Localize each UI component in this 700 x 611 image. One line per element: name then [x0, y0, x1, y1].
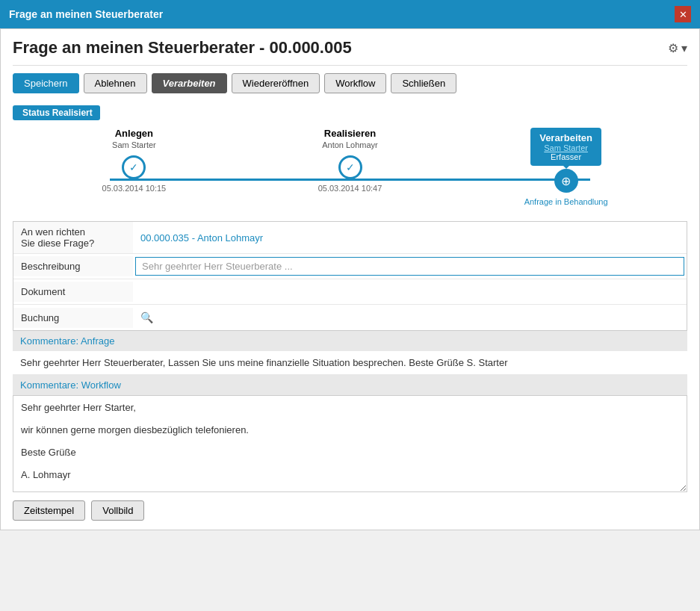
schliessen-button[interactable]: Schließen: [391, 73, 456, 93]
step-anlegen-circle: ✓: [122, 155, 146, 179]
comment-workflow-textarea[interactable]: [13, 395, 687, 492]
zeitstempel-button[interactable]: Zeitstempel: [13, 500, 85, 521]
verarbeiten-button[interactable]: Verarbeiten: [152, 73, 227, 93]
status-badge: Status Realisiert: [13, 105, 100, 120]
tooltip-title: Verarbeiten: [539, 132, 592, 143]
toolbar: Speichern Ablehnen Verarbeiten Wiedererö…: [13, 73, 687, 93]
page-title: Frage an meinen Steuerberater - 00.000.0…: [13, 38, 352, 58]
form-row-dokument: Dokument: [13, 279, 687, 305]
main-container: Frage an meinen Steuerberater - 00.000.0…: [0, 28, 700, 530]
step-realisieren-timestamp: 05.03.2014 10:47: [318, 184, 382, 193]
workflow-step-anlegen: Anlegen Sam Starter ✓ 05.03.2014 10:15: [28, 128, 241, 206]
vollbild-button[interactable]: Vollbild: [91, 500, 144, 521]
wiederoeffnen-button[interactable]: Wiedereröffnen: [232, 73, 320, 93]
step-anlegen-title: Anlegen: [115, 128, 153, 139]
step-anlegen-user: Sam Starter: [112, 140, 156, 149]
status-value: Realisiert: [52, 108, 93, 118]
comment-workflow-header: Kommentare: Workflow: [13, 375, 687, 395]
settings-icon[interactable]: ⚙ ▾: [668, 41, 687, 55]
form-section: An wen richten Sie diese Frage? 00.000.0…: [13, 221, 687, 331]
page-header: Frage an meinen Steuerberater - 00.000.0…: [13, 38, 687, 66]
form-row-buchung: Buchung 🔍: [13, 305, 687, 330]
workflow-button[interactable]: Workflow: [324, 73, 386, 93]
step-verarbeiten-circle: ⊕: [554, 169, 578, 193]
workflow-steps: Anlegen Sam Starter ✓ 05.03.2014 10:15 R…: [28, 128, 672, 206]
comment-anfrage-prefix: Kommentare:: [20, 335, 81, 347]
workflow-section: Status Realisiert Anlegen Sam Starter ✓ …: [13, 105, 687, 206]
comment-anfrage-text: Sehr geehrter Herr Steuerberater, Lassen…: [13, 351, 687, 375]
step-verarbeiten-tooltip: Verarbeiten Sam Starter Erfasser: [530, 128, 601, 166]
speichern-button[interactable]: Speichern: [13, 73, 79, 93]
title-bar: Frage an meinen Steuerberater ✕: [0, 0, 700, 28]
step-anlegen-timestamp: 05.03.2014 10:15: [102, 184, 167, 193]
workflow-timeline: Anlegen Sam Starter ✓ 05.03.2014 10:15 R…: [13, 128, 687, 206]
label-buchung: Buchung: [13, 308, 133, 328]
title-bar-text: Frage an meinen Steuerberater: [9, 8, 163, 20]
comment-workflow-prefix: Kommentare:: [20, 379, 81, 391]
workflow-step-realisieren: Realisieren Anton Lohmayr ✓ 05.03.2014 1…: [244, 128, 456, 206]
status-label: Status: [22, 108, 50, 118]
close-window-button[interactable]: ✕: [675, 6, 691, 22]
comment-anfrage-header: Kommentare: Anfrage: [13, 331, 687, 351]
label-dokument: Dokument: [13, 282, 133, 302]
input-beschreibung[interactable]: [135, 257, 684, 276]
buchung-search-icon[interactable]: 🔍: [133, 307, 161, 328]
comment-anfrage-label: Anfrage: [81, 335, 115, 347]
comment-workflow-label: Workflow: [81, 379, 121, 391]
workflow-step-verarbeiten: Verarbeiten Sam Starter Erfasser ⊕ Anfra…: [459, 128, 672, 206]
form-row-beschreibung: Beschreibung: [13, 254, 687, 279]
tooltip-user[interactable]: Sam Starter: [539, 143, 592, 152]
step-realisieren-title: Realisieren: [324, 128, 376, 139]
ablehnen-button[interactable]: Ablehnen: [84, 73, 147, 93]
step-realisieren-circle: ✓: [338, 155, 362, 179]
form-row-an-wen: An wen richten Sie diese Frage? 00.000.0…: [13, 222, 687, 254]
tooltip-sub: Erfasser: [539, 152, 592, 161]
value-an-wen[interactable]: 00.000.035 - Anton Lohmayr: [133, 228, 687, 248]
step-verarbeiten-status: Anfrage in Behandlung: [524, 197, 608, 206]
value-dokument: [133, 288, 687, 297]
step-realisieren-user: Anton Lohmayr: [322, 140, 378, 149]
label-an-wen: An wen richten Sie diese Frage?: [13, 222, 133, 253]
bottom-toolbar: Zeitstempel Vollbild: [13, 500, 687, 521]
label-beschreibung: Beschreibung: [13, 256, 133, 276]
